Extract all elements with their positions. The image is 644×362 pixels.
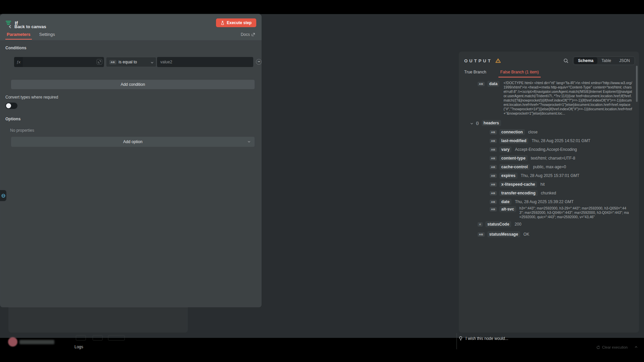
logs-panel-label[interactable]: Logs bbox=[74, 345, 83, 349]
field-value: 200 bbox=[515, 222, 521, 227]
scrollbar-thumb[interactable] bbox=[636, 66, 638, 102]
schema-field-row[interactable]: AB alt-svc h3=":443"; ma=2592000, h3-29=… bbox=[490, 206, 634, 219]
chevron-down-icon bbox=[471, 122, 473, 124]
output-search-button[interactable] bbox=[562, 57, 570, 64]
field-value: h3=":443"; ma=2592000, h3-29=":443"; ma=… bbox=[520, 206, 630, 219]
field-key: date bbox=[499, 199, 512, 205]
field-value: text/html; charset=UTF-8 bbox=[531, 156, 575, 161]
schema-field-headers[interactable]: {} headers bbox=[471, 118, 634, 128]
field-key: expires bbox=[499, 173, 518, 179]
tab-false-branch[interactable]: False Branch (1 item) bbox=[500, 70, 539, 77]
field-key: data bbox=[487, 81, 500, 87]
pinned-node-tab[interactable] bbox=[0, 190, 6, 201]
output-tab-schema[interactable]: Schema bbox=[574, 57, 597, 64]
globe-icon bbox=[1, 194, 5, 198]
back-to-canvas-button[interactable]: Back to canvas bbox=[9, 24, 46, 29]
schema-field-row[interactable]: AB x-litespeed-cache hit bbox=[490, 180, 634, 189]
value2-text: value2 bbox=[160, 60, 172, 64]
field-key: statusMessage bbox=[487, 231, 520, 237]
condition-options-icon[interactable]: ••• bbox=[256, 59, 262, 65]
string-type-badge: AB bbox=[490, 174, 497, 178]
add-condition-button[interactable]: Add condition bbox=[11, 80, 255, 89]
operator-value: is equal to bbox=[119, 60, 137, 64]
logs-toolbar-chip[interactable] bbox=[93, 335, 103, 341]
lightbulb-icon bbox=[459, 336, 463, 341]
clear-execution-label: Clear execution bbox=[602, 345, 628, 349]
add-option-label: Add option bbox=[123, 139, 142, 144]
toggle-knob bbox=[6, 103, 11, 108]
execute-step-button[interactable]: Execute step bbox=[216, 18, 256, 27]
user-name-redacted bbox=[19, 340, 54, 344]
schema-field-row[interactable]: AB cache-control public, max-age=0 bbox=[490, 163, 634, 171]
field-value: Thu, 28 Aug 2025 15:37:01 GMT bbox=[521, 173, 580, 178]
search-icon bbox=[564, 58, 569, 63]
fx-expression-icon[interactable]: ƒx bbox=[14, 57, 23, 67]
field-key: headers bbox=[482, 120, 501, 126]
clear-execution-icon bbox=[596, 346, 600, 349]
field-key: connection bbox=[499, 129, 525, 135]
schema-field-row[interactable]: AB date Thu, 28 Aug 2025 15:39:22 GMT bbox=[490, 197, 634, 206]
logs-toolbar-chip[interactable] bbox=[108, 335, 125, 341]
schema-field-row[interactable]: AB expires Thu, 28 Aug 2025 15:37:01 GMT bbox=[490, 171, 634, 180]
string-type-badge: AB bbox=[490, 147, 497, 152]
schema-field-row[interactable]: AB vary Accept-Encoding,Accept-Encoding bbox=[490, 145, 634, 154]
convert-types-label: Convert types where required bbox=[5, 95, 58, 100]
docs-label: Docs bbox=[241, 32, 250, 37]
condition-row: ƒx AB is equal to value2 ••• bbox=[14, 57, 262, 67]
output-tab-json[interactable]: JSON bbox=[615, 57, 634, 64]
add-option-button[interactable]: Add option bbox=[11, 137, 255, 147]
output-tab-table[interactable]: Table bbox=[597, 57, 615, 64]
field-key: vary bbox=[499, 146, 512, 153]
screen: Back to canvas INPUT Schema Table bbox=[0, 0, 644, 362]
back-arrow-icon bbox=[9, 25, 12, 28]
number-type-badge: # bbox=[478, 222, 483, 227]
convert-types-toggle[interactable] bbox=[5, 103, 17, 109]
node-detail-panel: If Execute step Parameters Settings Docs bbox=[0, 14, 262, 307]
field-key: transfer-encoding bbox=[499, 190, 538, 196]
open-expression-editor-icon[interactable] bbox=[97, 59, 102, 65]
string-type-badge: AB bbox=[490, 165, 497, 169]
node-parameters-body: Conditions ƒx AB is equal to value2 bbox=[0, 40, 262, 307]
branch-tabs: True Branch False Branch (1 item) bbox=[459, 68, 639, 77]
condition-value2-input[interactable]: value2 bbox=[157, 57, 253, 67]
clear-execution-button[interactable]: Clear execution bbox=[596, 345, 628, 349]
schema-field-data[interactable]: AB data <!DOCTYPE html> <html dir="rtl" … bbox=[478, 81, 634, 116]
field-key: content-type bbox=[499, 155, 528, 161]
string-type-badge: AB bbox=[490, 200, 497, 204]
string-type-badge: AB bbox=[478, 82, 485, 86]
field-value: Accept-Encoding,Accept-Encoding bbox=[515, 147, 577, 152]
back-to-canvas-label: Back to canvas bbox=[14, 24, 46, 29]
condition-operator-select[interactable]: AB is equal to bbox=[106, 57, 156, 67]
string-type-badge: AB bbox=[490, 191, 497, 195]
output-view-tabs: Schema Table JSON bbox=[573, 56, 635, 65]
options-label: Options bbox=[5, 117, 20, 121]
app-background: Back to canvas INPUT Schema Table bbox=[0, 14, 644, 338]
collapse-logs-icon[interactable] bbox=[635, 346, 637, 349]
schema-field-row[interactable]: AB last-modified Thu, 28 Aug 2025 14:52:… bbox=[490, 136, 634, 145]
node-feedback-button[interactable]: I wish this node would... bbox=[459, 336, 508, 341]
field-value: Thu, 28 Aug 2025 15:39:22 GMT bbox=[515, 199, 574, 204]
execute-step-label: Execute step bbox=[227, 20, 252, 25]
schema-field-statuscode[interactable]: # statusCode 200 bbox=[478, 219, 634, 229]
user-avatar[interactable] bbox=[8, 337, 17, 347]
field-value: close bbox=[528, 130, 538, 134]
field-key: alt-svc bbox=[499, 206, 516, 212]
condition-value1-input[interactable] bbox=[23, 57, 104, 67]
docs-link[interactable]: Docs bbox=[241, 32, 255, 40]
schema-field-row[interactable]: AB transfer-encoding chunked bbox=[490, 189, 634, 197]
field-value: public, max-age=0 bbox=[533, 165, 566, 169]
schema-field-row[interactable]: AB content-type text/html; charset=UTF-8 bbox=[490, 154, 634, 163]
chevron-down-icon bbox=[151, 61, 153, 63]
tab-settings[interactable]: Settings bbox=[39, 32, 55, 40]
footer-divider bbox=[457, 333, 457, 349]
tab-parameters[interactable]: Parameters bbox=[7, 32, 31, 40]
external-link-icon bbox=[252, 33, 255, 36]
node-feedback-label: I wish this node would... bbox=[466, 336, 508, 341]
object-type-badge: {} bbox=[476, 121, 479, 125]
logs-toolbar-chip[interactable] bbox=[76, 335, 86, 341]
tab-true-branch[interactable]: True Branch bbox=[464, 70, 486, 77]
schema-field-statusmessage[interactable]: AB statusMessage OK bbox=[478, 229, 634, 239]
field-value: Thu, 28 Aug 2025 14:52:01 GMT bbox=[532, 138, 590, 143]
string-type-badge: AB bbox=[478, 232, 485, 237]
schema-field-row[interactable]: AB connection close bbox=[490, 128, 634, 136]
